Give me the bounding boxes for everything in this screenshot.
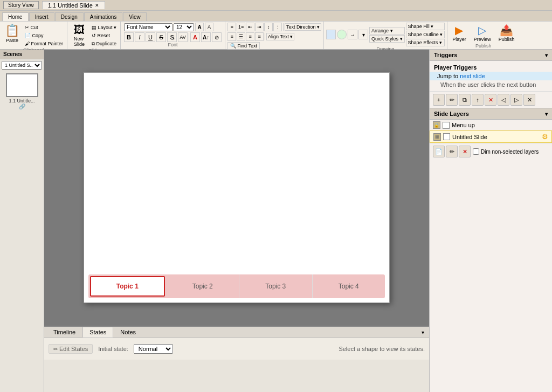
font-size-select[interactable]: 12 <box>174 23 194 31</box>
shape-arrow[interactable]: → <box>348 30 357 39</box>
slide-tab-close[interactable]: ✕ <box>95 3 99 8</box>
topic-4-button[interactable]: Topic 4 <box>313 274 385 298</box>
trigger-close-button[interactable]: ✕ <box>523 94 535 106</box>
player-button[interactable]: ▶ Player <box>450 23 469 43</box>
copy-button[interactable]: 📄 Copy <box>23 32 65 39</box>
font-size-inc-btn2[interactable]: A↑ <box>201 32 211 42</box>
trigger-btn-7[interactable]: ▷ <box>510 94 522 106</box>
layout-button[interactable]: ▤ Layout ▾ <box>90 24 118 31</box>
initial-state-select[interactable]: Normal Hover Down Visited Disabled Hidde… <box>134 344 173 354</box>
char-spacing-button[interactable]: AV <box>178 32 188 42</box>
layer-visibility-checkbox-2[interactable] <box>443 133 450 140</box>
next-slide-link[interactable]: next slide <box>460 73 485 79</box>
publish-button[interactable]: 📤 Publish <box>496 23 518 43</box>
initial-state-label: Initial state: <box>98 346 128 352</box>
layer-menu-up-label: Menu up <box>452 122 549 128</box>
shape-rect[interactable] <box>326 30 336 39</box>
tab-home[interactable]: Home <box>2 12 29 21</box>
trigger-jump-item[interactable]: Jump to next slide <box>430 72 552 80</box>
tab-insert[interactable]: Insert <box>29 12 54 21</box>
clear-format-button[interactable]: ⊘ <box>212 32 222 42</box>
add-trigger-button[interactable]: + <box>433 94 445 106</box>
tab-notes[interactable]: Notes <box>113 327 143 338</box>
justify-button[interactable]: ≡ <box>255 32 264 41</box>
scene-thumb-label: 1.1 Untitle... <box>6 98 38 104</box>
duplicate-trigger-button[interactable]: ⧉ <box>459 94 471 106</box>
cut-button[interactable]: ✂ Cut <box>23 24 65 31</box>
scenes-dropdown[interactable]: 1 Untitled S... <box>2 61 42 70</box>
add-layer-button[interactable]: 📄 <box>433 146 445 157</box>
topic-1-button[interactable]: Topic 1 <box>90 276 165 297</box>
font-size-decrease-button[interactable]: A <box>205 23 213 31</box>
scene-thumbnail[interactable]: 1.1 Untitle... 🔗 <box>6 73 38 109</box>
font-size-increase-button[interactable]: A <box>195 23 204 31</box>
layer-icon-left: 🔒 <box>433 121 440 129</box>
slide-tab[interactable]: 1.1 Untitled Slide ✕ <box>42 1 105 9</box>
bold-button[interactable]: B <box>124 32 134 42</box>
edit-trigger-button[interactable]: ✏ <box>446 94 458 106</box>
format-painter-button[interactable]: 🖌 Format Painter <box>23 40 65 47</box>
scenes-header: Scenes <box>0 50 44 59</box>
panel-collapse-button[interactable]: ▾ <box>418 328 427 336</box>
font-family-select[interactable]: Font Name <box>124 23 172 31</box>
columns-button[interactable]: ⋮ <box>273 23 282 31</box>
find-text-button[interactable]: 🔍 Find Text <box>227 42 260 50</box>
align-right-button[interactable]: ≡ <box>246 32 254 41</box>
topic-2-button[interactable]: Topic 2 <box>167 274 240 298</box>
strikethrough-button[interactable]: S <box>156 32 166 42</box>
align-center-button[interactable]: ☰ <box>237 32 245 41</box>
decrease-indent-button[interactable]: ⇤ <box>246 23 254 31</box>
increase-indent-button[interactable]: ⇥ <box>255 23 264 31</box>
bullets-button[interactable]: ≡ <box>227 23 236 31</box>
triggers-panel-dropdown[interactable]: ▾ <box>545 52 548 58</box>
reset-button[interactable]: ↺ Reset <box>90 32 118 39</box>
tab-animations[interactable]: Animations <box>84 12 122 21</box>
tab-states[interactable]: States <box>82 327 113 338</box>
align-left-button[interactable]: ≡ <box>227 32 236 41</box>
edit-layer-button[interactable]: ✏ <box>446 146 458 157</box>
text-direction-button[interactable]: Text Direction ▾ <box>285 23 321 31</box>
trigger-btn-6[interactable]: ◁ <box>498 94 509 106</box>
delete-layer-button[interactable]: ✕ <box>459 146 471 157</box>
shape-effects-button[interactable]: Shape Effects ▾ <box>406 39 445 46</box>
duplicate-button[interactable]: ⧉ Duplicate <box>90 40 118 48</box>
layer-visibility-checkbox[interactable] <box>443 122 450 129</box>
dim-label: Dim non-selected layers <box>481 149 539 155</box>
italic-button[interactable]: I <box>135 32 144 42</box>
tab-view[interactable]: View <box>123 12 147 21</box>
arrange-button[interactable]: Arrange ▾ <box>369 27 405 35</box>
delete-trigger-button[interactable]: ✕ <box>485 94 496 106</box>
shape-fill-button[interactable]: Shape Fill ▾ <box>406 23 445 30</box>
dim-checkbox-input[interactable] <box>473 148 479 155</box>
edit-states-button[interactable]: ✏ Edit States <box>49 344 93 354</box>
layer-menu-up[interactable]: 🔒 Menu up <box>430 120 552 130</box>
paste-button[interactable]: 📋 Paste <box>2 23 22 44</box>
preview-button[interactable]: ▷ Preview <box>471 23 494 43</box>
numbering-button[interactable]: 1≡ <box>237 23 245 31</box>
tab-design[interactable]: Design <box>55 12 84 21</box>
tab-timeline[interactable]: Timeline <box>46 327 82 338</box>
slide-canvas: Topic 1 Topic 2 Topic 3 Topic 4 <box>84 72 390 303</box>
scene-link-icon: 🔗 <box>6 104 38 109</box>
story-view-btn[interactable]: Story View <box>3 1 39 9</box>
shadow-button[interactable]: S <box>167 32 177 42</box>
slide-layers-header: Slide Layers ▾ <box>430 108 552 120</box>
quick-styles-button[interactable]: Quick Styles ▾ <box>369 35 405 43</box>
shape-outline-button[interactable]: Shape Outline ▾ <box>406 31 445 38</box>
underline-button[interactable]: U <box>146 32 155 42</box>
move-up-trigger-button[interactable]: ↑ <box>472 94 484 106</box>
align-text-button[interactable]: Align Text ▾ <box>266 33 294 40</box>
shape-more[interactable]: ▾ <box>358 30 368 39</box>
line-spacing-button[interactable]: ↕ <box>264 23 273 31</box>
new-slide-button[interactable]: 🖼 NewSlide <box>70 23 89 48</box>
font-color-button[interactable]: A <box>190 32 200 42</box>
shape-oval[interactable] <box>337 30 347 39</box>
player-triggers-label: Player Triggers <box>430 61 552 72</box>
topic-3-button[interactable]: Topic 3 <box>239 274 313 298</box>
triggers-panel-header: Triggers ▾ <box>430 50 552 61</box>
layer-untitled-slide[interactable]: ▦ Untitled Slide ⚙ <box>430 130 552 143</box>
select-shape-text: Select a shape to view its states. <box>339 346 425 352</box>
slide-layers-dropdown[interactable]: ▾ <box>545 111 548 117</box>
dim-checkbox[interactable]: Dim non-selected layers <box>473 148 539 155</box>
layer-gear-icon[interactable]: ⚙ <box>542 133 548 141</box>
